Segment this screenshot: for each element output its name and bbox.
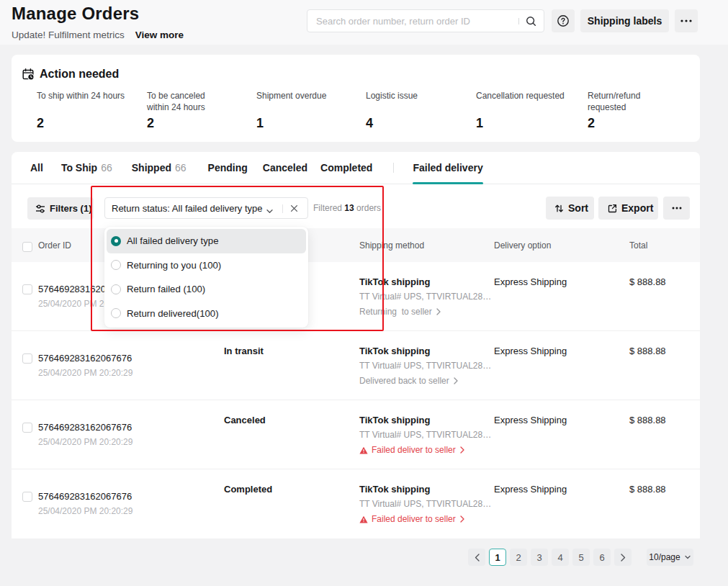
delivery-option-cell: Express Shipping xyxy=(494,483,567,496)
tab-pending[interactable]: Pending xyxy=(208,152,248,184)
metric-label: To be canceled within 24 hours xyxy=(147,90,219,113)
metric-value: 1 xyxy=(476,116,483,131)
top-more-button[interactable] xyxy=(675,9,698,32)
total-cell: $ 888.88 xyxy=(629,483,666,496)
page-6-button[interactable]: 6 xyxy=(593,549,611,566)
export-label: Export xyxy=(621,202,653,214)
order-id-cell[interactable]: 57646928316206767625/04/2020 PM 20:20:29 xyxy=(38,490,132,518)
page-4-button[interactable]: 4 xyxy=(552,549,569,566)
order-id-cell[interactable]: 57646928316206767625/04/2020 PM 20:20:29 xyxy=(38,420,132,449)
shipping-labels-button[interactable]: Shipping labels xyxy=(580,9,669,32)
shipping-status-link[interactable]: Failed deliver to seller xyxy=(359,444,496,456)
subtitle: Update! Fulfilment metricsView more xyxy=(12,29,184,41)
action-needed-title: Action needed xyxy=(40,68,119,81)
row-checkbox[interactable] xyxy=(22,492,32,502)
prev-page-button[interactable] xyxy=(468,549,485,566)
search-icon[interactable] xyxy=(526,16,536,27)
pagination: 1 2 3 4 5 6 10/page xyxy=(468,549,693,566)
radio-icon[interactable] xyxy=(111,260,121,270)
chip-label: Return status: All failed delivery type xyxy=(112,203,263,214)
metric-label: To ship within 24 hours xyxy=(37,90,143,102)
manage-orders-page: Manage Orders Update! Fulfilment metrics… xyxy=(0,0,728,586)
chevron-right-icon xyxy=(460,515,464,523)
action-needed-header: Action needed xyxy=(22,68,119,81)
select-all-checkbox[interactable] xyxy=(22,242,32,252)
shipping-status-link[interactable]: Delivered back to seller xyxy=(359,375,496,387)
order-datetime: 25/04/2020 PM 20:20:29 xyxy=(38,506,132,516)
order-id-cell[interactable]: 57646928316206767625/04/2020 PM 20:20:29 xyxy=(38,351,132,380)
tab-canceled[interactable]: Canceled xyxy=(263,152,307,184)
radio-selected-icon[interactable] xyxy=(111,236,121,246)
page-2-button[interactable]: 2 xyxy=(510,549,527,566)
warning-icon xyxy=(359,515,368,523)
sort-button[interactable]: Sort xyxy=(546,197,594,220)
chevron-right-icon xyxy=(621,554,626,562)
shipping-tracking: TT Virtual# UPS, TTVIRTUAL28… xyxy=(359,291,496,302)
subtitle-text: Update! Fulfilment metrics xyxy=(12,30,125,40)
option-returning-to-you[interactable]: Returning to you (100) xyxy=(107,253,306,278)
metric-label: Return/refund requested xyxy=(588,90,667,113)
tab-completed[interactable]: Completed xyxy=(320,152,372,184)
metric-shipment-overdue[interactable]: Shipment overdue1 xyxy=(256,90,363,102)
orders-card: All To Ship66 Shipped66 Pending Canceled… xyxy=(12,152,700,538)
export-button[interactable]: Export xyxy=(598,197,658,220)
search-input[interactable]: Search order number, return order ID xyxy=(307,9,544,32)
shipping-method-cell: TikTok shipping TT Virtual# UPS, TTVIRTU… xyxy=(359,276,496,317)
view-more-link[interactable]: View more xyxy=(135,30,184,40)
chevron-left-icon xyxy=(475,554,480,562)
metric-cancellation-requested[interactable]: Cancellation requested1 xyxy=(476,90,583,102)
metric-to-be-canceled[interactable]: To be canceled within 24 hours2 xyxy=(147,90,253,113)
metric-label: Cancellation requested xyxy=(476,90,583,102)
metric-return-refund[interactable]: Return/refund requested2 xyxy=(588,90,694,113)
tab-count: 66 xyxy=(175,162,187,173)
shipping-carrier: TikTok shipping xyxy=(359,276,496,289)
shipping-status-link[interactable]: Returning to seller xyxy=(359,306,496,317)
shipping-carrier: TikTok shipping xyxy=(359,345,496,358)
shipping-method-cell: TikTok shipping TT Virtual# UPS, TTVIRTU… xyxy=(359,414,496,456)
option-return-delivered[interactable]: Return delivered(100) xyxy=(107,302,306,326)
col-shipping-method: Shipping method xyxy=(359,228,424,262)
radio-icon[interactable] xyxy=(111,284,121,294)
shipping-status-link[interactable]: Failed deliver to seller xyxy=(359,513,496,525)
page-1-button[interactable]: 1 xyxy=(489,549,506,566)
tab-failed-delivery[interactable]: Failed delivery xyxy=(413,152,482,184)
filters-label: Filters (1) xyxy=(50,203,92,214)
order-datetime: 25/04/2020 PM 20:20:29 xyxy=(38,437,132,447)
radio-icon[interactable] xyxy=(111,308,121,318)
page-3-button[interactable]: 3 xyxy=(531,549,548,566)
return-status-filter-chip[interactable]: Return status: All failed delivery type xyxy=(104,197,308,219)
search-placeholder: Search order number, return order ID xyxy=(316,16,518,27)
filter-more-button[interactable] xyxy=(663,197,690,220)
chip-close-icon[interactable] xyxy=(290,204,298,212)
help-button[interactable] xyxy=(552,9,575,32)
row-checkbox[interactable] xyxy=(22,353,32,364)
tab-count: 66 xyxy=(101,162,112,173)
calendar-clock-icon xyxy=(22,68,35,81)
sliders-icon xyxy=(35,204,45,214)
option-return-failed[interactable]: Return failed (100) xyxy=(107,277,306,302)
option-all-failed-delivery-type[interactable]: All failed delivery type xyxy=(107,229,306,253)
filters-button[interactable]: Filters (1) xyxy=(27,197,94,220)
warning-icon xyxy=(359,446,368,454)
tab-shipped[interactable]: Shipped66 xyxy=(132,152,187,184)
chevron-right-icon xyxy=(460,446,464,454)
metric-logistic-issue[interactable]: Logistic issue4 xyxy=(366,90,472,102)
page-5-button[interactable]: 5 xyxy=(572,549,590,566)
tab-to-ship[interactable]: To Ship66 xyxy=(61,152,112,184)
metric-label: Logistic issue xyxy=(366,90,472,102)
row-checkbox[interactable] xyxy=(22,284,32,294)
metric-to-ship[interactable]: To ship within 24 hours2 xyxy=(37,90,143,102)
export-icon xyxy=(608,204,617,213)
total-cell: $ 888.88 xyxy=(629,276,666,289)
page-size-select[interactable]: 10/page xyxy=(647,549,693,566)
shipping-method-cell: TikTok shipping TT Virtual# UPS, TTVIRTU… xyxy=(359,345,496,387)
help-icon xyxy=(557,14,570,27)
order-row-2: 57646928316206767625/04/2020 PM 20:20:29… xyxy=(12,331,700,400)
col-total: Total xyxy=(629,228,647,262)
metric-value: 2 xyxy=(147,116,154,131)
chevron-down-icon[interactable] xyxy=(266,205,274,218)
next-page-button[interactable] xyxy=(614,549,632,566)
tab-all[interactable]: All xyxy=(30,152,43,184)
metric-value: 2 xyxy=(588,116,595,131)
row-checkbox[interactable] xyxy=(22,423,32,433)
